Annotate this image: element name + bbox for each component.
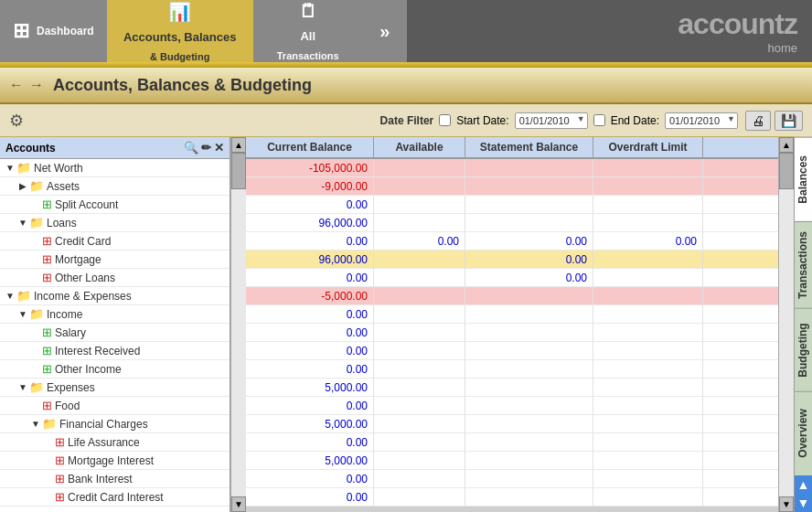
- right-scroll-thumb[interactable]: [779, 153, 794, 189]
- table-row[interactable]: 0.00: [246, 342, 778, 360]
- side-tab-budgeting[interactable]: Budgeting: [795, 308, 812, 392]
- cell-available: [374, 360, 465, 378]
- table-row[interactable]: -5,000.00: [246, 287, 778, 305]
- start-date-checkbox[interactable]: [439, 114, 451, 126]
- cell-available: [374, 159, 465, 176]
- tree-toggle[interactable]: ▼: [4, 291, 16, 301]
- tree-label: Mortgage: [55, 253, 102, 266]
- side-tab-transactions[interactable]: Transactions: [795, 221, 812, 308]
- tree-toggle[interactable]: ▼: [16, 218, 29, 228]
- table-row[interactable]: 5,000.00: [246, 452, 778, 470]
- table-row[interactable]: 96,000.00: [246, 214, 778, 232]
- cell-balance: 5,000.00: [246, 452, 374, 469]
- table-row[interactable]: 0.00: [246, 324, 778, 342]
- table-row[interactable]: 0.000.000.000.00: [246, 232, 778, 251]
- cell-balance: 0.00: [246, 305, 374, 323]
- folder-icon: 📁: [29, 216, 44, 229]
- scroll-thumb[interactable]: [231, 153, 246, 189]
- table-row[interactable]: 0.000.00: [246, 269, 778, 287]
- more-button[interactable]: »: [363, 0, 407, 62]
- tree-label: Mortgage Interest: [68, 454, 154, 467]
- dashboard-button[interactable]: ⊞ Dashboard: [0, 0, 107, 62]
- tree-row[interactable]: ▼📁Loans: [0, 214, 230, 232]
- start-date-select[interactable]: 01/01/2010: [515, 112, 588, 129]
- cell-statement: [465, 379, 593, 396]
- tree-row[interactable]: ▼📁Net Worth: [0, 159, 230, 177]
- accounts-header: Accounts 🔍 ✏ ✕: [0, 137, 230, 159]
- table-row[interactable]: 0.00: [246, 433, 778, 452]
- tree-label: Other Loans: [55, 272, 115, 284]
- tree-row[interactable]: ⊞Other Income: [0, 360, 230, 379]
- table-row[interactable]: 0.00: [246, 305, 778, 324]
- table-row[interactable]: 5,000.00: [246, 379, 778, 397]
- tree-row[interactable]: ⊞Salary: [0, 324, 230, 342]
- tree-toggle[interactable]: ▼: [4, 163, 16, 173]
- table-row[interactable]: 5,000.00: [246, 415, 778, 433]
- right-scroll-down[interactable]: ▼: [779, 496, 794, 512]
- tree-label: Loans: [47, 217, 77, 229]
- back-button[interactable]: ←: [9, 77, 24, 93]
- tree-row[interactable]: ⊞Life Assurance: [0, 433, 230, 452]
- transactions-button[interactable]: 🗒 All Transactions: [253, 0, 363, 62]
- table-row[interactable]: -105,000.00: [246, 159, 778, 177]
- col-available: Available: [374, 137, 465, 157]
- edit-icon[interactable]: ✏: [201, 141, 211, 155]
- accounts-button[interactable]: 📊 Accounts, Balances & Budgeting: [107, 0, 253, 62]
- settings-icon[interactable]: ⚙: [9, 111, 24, 131]
- close-icon[interactable]: ✕: [214, 141, 224, 155]
- folder-icon: 📁: [16, 289, 31, 303]
- tree-label: Split Account: [55, 198, 118, 211]
- tree-row[interactable]: ⊞Mortgage: [0, 251, 230, 269]
- tree-row[interactable]: ⊞Other Loans: [0, 269, 230, 287]
- tree-toggle[interactable]: ▶: [16, 181, 29, 191]
- table-row[interactable]: 96,000.000.00: [246, 251, 778, 269]
- tree-row[interactable]: ⊞Split Account: [0, 196, 230, 214]
- cell-statement: [465, 214, 593, 231]
- tree-label: Income: [47, 308, 82, 321]
- right-table-wrap: Current Balance Available Statement Bala…: [246, 137, 778, 512]
- side-tab-overview[interactable]: Overview: [795, 391, 812, 475]
- tree-row[interactable]: ▼📁Income: [0, 305, 230, 324]
- cell-statement: [465, 342, 593, 359]
- tree-toggle[interactable]: ▼: [29, 419, 42, 429]
- cell-balance: 0.00: [246, 342, 374, 359]
- start-date-select-wrap: 01/01/2010: [515, 112, 588, 129]
- cell-balance: -9,000.00: [246, 177, 374, 195]
- cell-statement: [465, 287, 593, 304]
- save-button[interactable]: 💾: [775, 111, 803, 131]
- table-row[interactable]: 0.00: [246, 360, 778, 379]
- print-button[interactable]: 🖨: [745, 111, 771, 131]
- folder-icon: 📁: [16, 161, 31, 175]
- right-scroll-up[interactable]: ▲: [779, 137, 794, 153]
- search-icon[interactable]: 🔍: [184, 141, 198, 155]
- tree-row[interactable]: ▼📁Financial Charges: [0, 415, 230, 433]
- scroll-up-button[interactable]: ▲: [231, 137, 246, 153]
- cell-balance: 0.00: [246, 324, 374, 341]
- forward-button[interactable]: →: [29, 77, 44, 93]
- end-date-checkbox[interactable]: [593, 114, 605, 126]
- tree-row[interactable]: ⊞Food: [0, 397, 230, 415]
- tree-row[interactable]: ⊞Bank Interest: [0, 470, 230, 488]
- tree-toggle[interactable]: ▼: [16, 309, 29, 319]
- end-date-select[interactable]: 01/01/2010: [665, 112, 738, 129]
- side-tab-balances[interactable]: Balances: [795, 137, 812, 221]
- scroll-down-button[interactable]: ▼: [231, 496, 246, 512]
- tree-toggle[interactable]: ▼: [16, 382, 29, 392]
- tree-row[interactable]: ▼📁Expenses: [0, 379, 230, 397]
- tree-label: Credit Card Interest: [68, 491, 164, 504]
- cell-balance: 0.00: [246, 196, 374, 213]
- tree-row[interactable]: ⊞Credit Card Interest: [0, 488, 230, 507]
- table-row[interactable]: 0.00: [246, 196, 778, 214]
- tree-row[interactable]: ▼📁Income & Expenses: [0, 287, 230, 305]
- table-row[interactable]: 0.00: [246, 470, 778, 488]
- side-tab-nav-down[interactable]: ▼: [795, 494, 812, 512]
- tree-row[interactable]: ▶📁Assets: [0, 177, 230, 196]
- table-row[interactable]: -9,000.00: [246, 177, 778, 196]
- tree-row[interactable]: ⊞Mortgage Interest: [0, 452, 230, 470]
- table-row[interactable]: 0.00: [246, 397, 778, 415]
- side-tab-nav-up[interactable]: ▲: [795, 475, 812, 494]
- table-row[interactable]: 0.00: [246, 488, 778, 507]
- cell-overdraft: [593, 379, 703, 396]
- tree-row[interactable]: ⊞Interest Received: [0, 342, 230, 360]
- tree-row[interactable]: ⊞Credit Card: [0, 232, 230, 251]
